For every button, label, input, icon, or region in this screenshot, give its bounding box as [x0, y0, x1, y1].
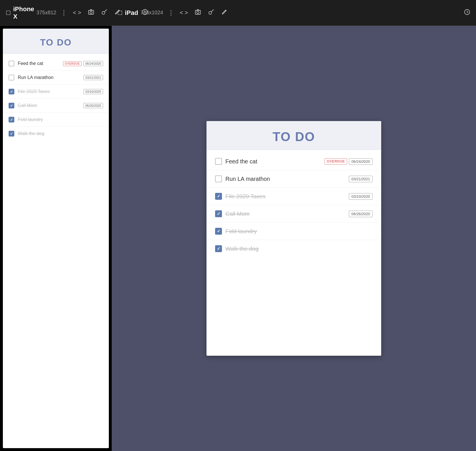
todo-item: Feed the catOVERDUE06/24/2020: [3, 57, 109, 71]
todo-checkbox[interactable]: [215, 175, 222, 182]
toolbar: ☐ iPhone X 375x812 ⋮ < >: [0, 0, 476, 26]
badge-container: 03/21/2021: [83, 75, 103, 80]
iphone-capture-icon[interactable]: [88, 9, 94, 17]
ipad-edit-icon[interactable]: [221, 9, 227, 17]
svg-rect-5: [195, 10, 200, 14]
iphone-device-icon: ☐: [6, 9, 11, 16]
ipad-device-res: 768x1024: [140, 10, 163, 16]
toolbar-far-right: [464, 9, 470, 17]
todo-checkbox[interactable]: [9, 61, 14, 66]
iphone-screen: TO DO Feed the catOVERDUE06/24/2020Run L…: [3, 29, 109, 448]
todo-text: File 2020 Taxes: [225, 193, 345, 200]
ipad-capture-icon[interactable]: [195, 9, 201, 17]
ipad-toolbar-section: ☐ iPad 768x1024 ⋮ < >: [117, 9, 470, 17]
iphone-device-name: iPhone X: [13, 5, 34, 20]
todo-checkbox[interactable]: [9, 131, 14, 137]
todo-item: File 2020 Taxes03/10/2020: [3, 85, 109, 99]
badge-container: 03/10/2020: [83, 89, 103, 94]
iphone-inspect-icon[interactable]: [101, 9, 107, 17]
todo-item: Call Mom06/26/2020: [3, 99, 109, 113]
ipad-todo-title: TO DO: [212, 130, 375, 144]
svg-point-2: [102, 11, 105, 14]
date-badge: 03/21/2021: [349, 176, 373, 182]
ipad-inspect-icon[interactable]: [208, 9, 214, 17]
todo-text: Run LA marathon: [18, 75, 80, 80]
todo-item: Walk the dog: [206, 240, 381, 257]
svg-point-6: [197, 11, 199, 13]
badge-container: OVERDUE06/24/2020: [63, 61, 103, 66]
ipad-todo-list: Feed the catOVERDUE06/24/2020Run LA mara…: [206, 150, 381, 356]
todo-checkbox[interactable]: [9, 89, 14, 94]
ipad-back-icon[interactable]: < >: [180, 9, 188, 16]
todo-checkbox[interactable]: [9, 117, 14, 122]
iphone-more-button[interactable]: ⋮: [61, 9, 67, 17]
ipad-toolbar-icons: < >: [180, 9, 228, 17]
main-area: TO DO Feed the catOVERDUE06/24/2020Run L…: [0, 26, 476, 451]
todo-item: Call Mom06/26/2020: [206, 205, 381, 223]
todo-item: Run LA marathon03/21/2021: [206, 170, 381, 188]
todo-checkbox[interactable]: [9, 103, 14, 108]
svg-rect-0: [88, 10, 94, 14]
todo-text: Call Mom: [225, 211, 345, 217]
todo-checkbox[interactable]: [215, 210, 222, 217]
iphone-device-label: ☐ iPhone X 375x812: [6, 5, 56, 20]
svg-point-7: [209, 11, 212, 14]
date-badge: 03/10/2020: [83, 89, 103, 94]
todo-item: Feed the catOVERDUE06/24/2020: [206, 153, 381, 170]
ipad-todo-header: TO DO: [206, 121, 381, 150]
todo-item: Fold laundry: [206, 223, 381, 240]
iphone-todo-title: TO DO: [9, 37, 103, 48]
overdue-badge: OVERDUE: [324, 158, 347, 165]
todo-item: File 2020 Taxes03/10/2020: [206, 188, 381, 205]
todo-item: Run LA marathon03/21/2021: [3, 71, 109, 85]
badge-container: 06/26/2020: [83, 103, 103, 108]
iphone-device-res: 375x812: [36, 10, 56, 16]
iphone-back-icon[interactable]: < >: [73, 9, 81, 16]
svg-point-1: [90, 11, 92, 13]
todo-text: Feed the cat: [225, 158, 321, 165]
global-history-icon[interactable]: [464, 10, 470, 16]
todo-checkbox[interactable]: [9, 75, 14, 80]
ipad-device-icon: ☐: [117, 9, 123, 16]
todo-text: Walk the dog: [18, 131, 103, 136]
todo-item: Walk the dog: [3, 127, 109, 141]
todo-text: File 2020 Taxes: [18, 89, 80, 94]
badge-container: 03/21/2021: [349, 176, 373, 182]
iphone-todo-header: TO DO: [3, 29, 109, 54]
date-badge: 03/10/2020: [349, 193, 373, 200]
todo-text: Fold laundry: [225, 228, 373, 235]
todo-checkbox[interactable]: [215, 228, 222, 235]
todo-text: Call Mom: [18, 103, 80, 108]
badge-container: OVERDUE06/24/2020: [324, 158, 373, 165]
date-badge: 06/26/2020: [83, 103, 103, 108]
iphone-toolbar-section: ☐ iPhone X 375x812 ⋮ < >: [6, 5, 117, 20]
overdue-badge: OVERDUE: [63, 61, 82, 66]
todo-checkbox[interactable]: [215, 158, 222, 165]
badge-container: 03/10/2020: [349, 193, 373, 200]
badge-container: 06/26/2020: [349, 211, 373, 217]
iphone-todo-list: Feed the catOVERDUE06/24/2020Run LA mara…: [3, 54, 109, 448]
todo-item: Fold laundry: [3, 113, 109, 127]
ipad-panel: TO DO Feed the catOVERDUE06/24/2020Run L…: [112, 26, 476, 451]
date-badge: 06/24/2020: [83, 61, 103, 66]
todo-text: Run LA marathon: [225, 176, 345, 182]
ipad-device-name: iPad: [125, 9, 138, 17]
date-badge: 06/24/2020: [349, 158, 373, 165]
svg-line-8: [211, 9, 214, 12]
todo-text: Walk the dog: [225, 246, 373, 252]
date-badge: 03/21/2021: [83, 75, 103, 80]
ipad-device-label: ☐ iPad 768x1024: [117, 9, 163, 17]
todo-text: Fold laundry: [18, 117, 103, 122]
date-badge: 06/26/2020: [349, 211, 373, 217]
iphone-panel: TO DO Feed the catOVERDUE06/24/2020Run L…: [0, 26, 112, 451]
svg-line-3: [105, 9, 107, 12]
ipad-screen: TO DO Feed the catOVERDUE06/24/2020Run L…: [206, 121, 381, 356]
todo-checkbox[interactable]: [215, 193, 222, 200]
todo-text: Feed the cat: [18, 61, 60, 66]
todo-checkbox[interactable]: [215, 245, 222, 252]
ipad-more-button[interactable]: ⋮: [168, 9, 174, 17]
